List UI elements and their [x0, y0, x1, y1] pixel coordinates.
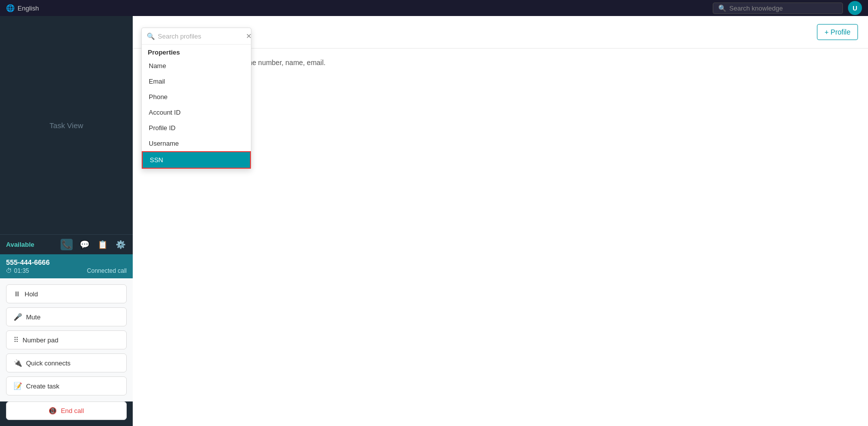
search-profiles-input[interactable]: [158, 33, 242, 40]
status-label: Available: [6, 241, 35, 248]
globe-icon: 🌐: [6, 4, 15, 12]
dropdown-item-ssn[interactable]: SSN: [142, 151, 251, 169]
tasks-tab-button[interactable]: 📋: [97, 239, 109, 250]
chat-tab-button[interactable]: 💬: [79, 239, 91, 250]
call-number: 555-444-6666: [6, 258, 127, 266]
search-profiles-icon: 🔍: [147, 33, 155, 40]
number-pad-button[interactable]: ⠿ Number pad: [6, 330, 127, 349]
call-timer: ⏱ 01:35: [6, 267, 29, 274]
quick-connects-button[interactable]: 🔌 Quick connects: [6, 353, 127, 372]
action-buttons: ⏸ Hold 🎤 Mute ⠿ Number pad 🔌 Quick conne…: [0, 278, 133, 401]
task-view-area: Task View: [0, 16, 133, 234]
search-profiles-row: 🔍 ✕: [142, 28, 251, 45]
keypad-icon: ⠿: [14, 336, 19, 344]
avatar-initials: U: [852, 5, 857, 12]
connect-icon: 🔌: [14, 359, 22, 367]
avatar-button[interactable]: U: [848, 1, 862, 15]
dropdown-item-account-id[interactable]: Account ID: [142, 105, 251, 120]
left-sidebar: Task View Available 📞 💬 📋 ⚙️ 555-444-666…: [0, 16, 133, 426]
call-status-text: Connected call: [87, 267, 127, 274]
top-bar-right: 🔍 U: [713, 1, 862, 15]
search-knowledge-box[interactable]: 🔍: [713, 3, 843, 14]
status-bar: Available 📞 💬 📋 ⚙️: [0, 234, 133, 254]
search-icon: 🔍: [718, 5, 726, 12]
top-bar: 🌐 English 🔍 U: [0, 0, 868, 16]
call-info: 555-444-6666 ⏱ 01:35 Connected call: [0, 254, 133, 278]
mute-icon: 🎤: [14, 313, 22, 321]
hold-button[interactable]: ⏸ Hold: [6, 284, 127, 303]
main-layout: Task View Available 📞 💬 📋 ⚙️ 555-444-666…: [0, 16, 868, 426]
settings-tab-button[interactable]: ⚙️: [115, 239, 127, 250]
task-view-label: Task View: [50, 121, 83, 130]
call-status-row: ⏱ 01:35 Connected call: [6, 267, 127, 274]
pause-icon: ⏸: [14, 290, 21, 298]
phone-tab-button[interactable]: 📞: [61, 239, 73, 250]
mute-button[interactable]: 🎤 Mute: [6, 307, 127, 326]
language-label: English: [18, 5, 39, 12]
language-selector[interactable]: 🌐 English: [6, 4, 39, 12]
dropdown-item-phone[interactable]: Phone: [142, 89, 251, 105]
dropdown-item-email[interactable]: Email: [142, 74, 251, 89]
search-knowledge-input[interactable]: [729, 5, 837, 12]
add-profile-button[interactable]: + Profile: [817, 24, 858, 40]
dropdown-item-profile-id[interactable]: Profile ID: [142, 120, 251, 136]
close-dropdown-button[interactable]: ✕: [245, 32, 253, 40]
properties-label: Properties: [142, 45, 251, 58]
clock-icon: ⏱: [6, 267, 12, 274]
end-call-button[interactable]: 📵 End call: [6, 401, 127, 420]
dropdown-item-name[interactable]: Name: [142, 58, 251, 74]
search-profiles-dropdown: 🔍 ✕ Properties Name Email Phone Account …: [141, 28, 251, 169]
task-icon: 📝: [14, 382, 22, 390]
end-call-icon: 📵: [49, 407, 57, 414]
dropdown-item-username[interactable]: Username: [142, 136, 251, 151]
status-icons: 📞 💬 📋 ⚙️: [61, 239, 127, 250]
create-task-button[interactable]: 📝 Create task: [6, 376, 127, 395]
